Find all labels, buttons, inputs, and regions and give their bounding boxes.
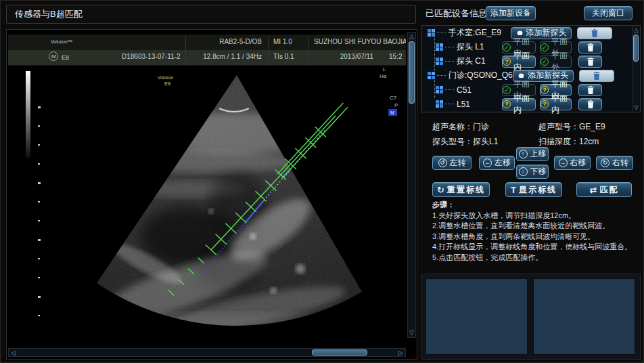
scan-sector xyxy=(8,66,406,339)
tree-connector xyxy=(445,104,454,104)
delete-probe-button[interactable] xyxy=(578,84,602,96)
rotate-left-button[interactable]: ↺ 左转 xyxy=(432,156,472,170)
device-node-icon[interactable] xyxy=(428,29,435,37)
osd-divider xyxy=(185,36,186,64)
plane-in-button[interactable]: ? 平面内 xyxy=(502,56,536,68)
osd-divider xyxy=(268,36,269,64)
scroll-up-icon[interactable]: △ xyxy=(408,33,415,41)
scroll-down-icon[interactable]: ▽ xyxy=(408,329,415,337)
steps-instructions: 步骤： 1.夹好探头放入水槽，调节扫描深度12cm。 2.调整水槽位置，直到看清… xyxy=(432,200,632,263)
svg-text:E8: E8 xyxy=(164,81,170,87)
vertical-scroll-thumb[interactable] xyxy=(409,41,415,104)
tree-connector xyxy=(445,61,454,62)
probe-node-icon[interactable] xyxy=(436,43,443,51)
trash-icon xyxy=(591,29,598,37)
tree-scroll-thumb[interactable] xyxy=(633,35,639,62)
add-device-button[interactable]: 添加新设备 xyxy=(486,6,536,20)
step-item: 4.打开标线显示，调整标线角度和位置，使标线与回波重合。 xyxy=(432,242,632,253)
trash-icon xyxy=(593,72,600,80)
trash-icon xyxy=(587,58,594,66)
delete-probe-button[interactable] xyxy=(578,41,602,54)
svg-text:P: P xyxy=(394,102,398,108)
question-icon: ? xyxy=(503,100,511,108)
tree-scrollbar[interactable]: △ ▽ xyxy=(632,26,639,111)
matched-devices-header: 已匹配设备信息 : 添加新设备 关闭窗口 xyxy=(421,6,641,22)
ultrasound-scan-image: Voluson E8 1. Ha C7 P M xyxy=(8,66,406,339)
vertical-scrollbar[interactable]: △ ▽ xyxy=(407,32,416,338)
reset-icon: ↻ xyxy=(437,185,444,195)
tree-row-probe[interactable]: L51 ? 平面内 ? 平面内 xyxy=(422,97,640,111)
match-button[interactable]: ⇄ 匹配 xyxy=(576,182,632,197)
step-item: 2.调整水槽位置，直到看清楚离水面较近的靶线回波。 xyxy=(432,221,632,232)
osd-time: 15:2 xyxy=(389,50,402,64)
svg-text:Voluson: Voluson xyxy=(158,75,174,80)
move-left-button[interactable]: ← 左移 xyxy=(479,156,515,170)
rotate-right-icon: ↻ xyxy=(601,158,610,167)
probe-node-icon[interactable] xyxy=(436,100,443,108)
plane-in-button-2[interactable]: ? 平面内 xyxy=(540,98,572,110)
scroll-down-icon[interactable]: ▽ xyxy=(632,104,640,111)
horizontal-scroll-thumb[interactable] xyxy=(312,349,367,356)
step-item: 5.点击匹配按钮，完成匹配操作。 xyxy=(432,253,632,263)
question-icon: ? xyxy=(540,100,549,108)
tree-connector xyxy=(437,33,446,33)
probe-preview-section xyxy=(421,274,641,360)
delete-probe-button[interactable] xyxy=(578,98,602,110)
delete-probe-button[interactable] xyxy=(578,56,602,68)
ultrasound-viewport: Voluson™ M E8 RAB2-5-D/OB MI 1.0 SUZHOU … xyxy=(8,32,406,347)
scroll-left-icon[interactable]: ◁ xyxy=(9,349,17,357)
plane-out-button[interactable]: ✓ 平面外 xyxy=(540,56,572,68)
osd-date: 2013/07/11 xyxy=(327,50,373,64)
arrow-up-icon: ↑ xyxy=(519,150,528,158)
check-icon: ✓ xyxy=(503,86,511,94)
crosshair-icon: T xyxy=(511,185,516,195)
matched-devices-label: 已匹配设备信息 : xyxy=(426,7,492,20)
arrow-left-icon: ← xyxy=(483,158,492,167)
arrow-down-icon: ↓ xyxy=(519,167,528,176)
rotate-right-button[interactable]: ↻ 右转 xyxy=(596,156,633,170)
depth-marker-ticks xyxy=(38,106,41,316)
page-title: 传感器与B超匹配 xyxy=(6,5,416,24)
machine-brand: Voluson™ xyxy=(51,35,72,49)
delete-device-button[interactable] xyxy=(579,70,614,82)
sensor-bscan-match-window: 传感器与B超匹配 Voluson™ M E8 RAB2-5-D/OB MI 1.… xyxy=(0,0,644,363)
delete-device-button[interactable] xyxy=(577,27,612,39)
svg-text:M: M xyxy=(390,110,394,115)
calibration-control-panel: 超声名称：门诊 超声型号：GE_E9 探头型号：探头L1 扫描深度：12cm ↺… xyxy=(421,116,641,271)
scroll-up-icon[interactable]: △ xyxy=(632,26,640,34)
image-watermark: Voluson E8 xyxy=(158,75,174,87)
svg-text:C7: C7 xyxy=(390,95,397,101)
probe-node-icon[interactable] xyxy=(436,58,443,65)
ultrasound-model: 超声型号：GE_E9 xyxy=(538,121,605,133)
question-icon: ? xyxy=(540,86,549,94)
probe-node-icon[interactable] xyxy=(436,86,443,93)
preview-box-right xyxy=(533,278,635,355)
probe-model: 探头型号：探头L1 xyxy=(432,136,498,148)
plane-in-button[interactable]: ? 平面内 xyxy=(502,98,536,110)
osd-divider xyxy=(308,36,309,64)
ge-logo-icon: M xyxy=(49,51,58,61)
tree-row-probe[interactable]: 探头 C1 ? 平面内 ✓ 平面外 xyxy=(422,54,640,68)
move-up-button[interactable]: ↑ 上移 xyxy=(516,147,549,161)
show-line-button[interactable]: T 显示标线 xyxy=(505,182,562,197)
device-label: 手术室:GE_E9 xyxy=(448,27,501,39)
reset-line-button[interactable]: ↻ 重置标线 xyxy=(432,182,490,197)
question-icon: ? xyxy=(503,58,511,66)
check-icon: ✓ xyxy=(503,43,511,51)
ultrasound-osd-header: Voluson™ M E8 RAB2-5-D/OB MI 1.0 SUZHOU … xyxy=(8,35,406,66)
osd-probe-model: RAB2-5-D/OB xyxy=(191,35,262,49)
close-window-button[interactable]: 关闭窗口 xyxy=(584,6,632,20)
grayscale-bar xyxy=(26,71,30,158)
device-node-icon[interactable] xyxy=(428,72,435,79)
ultrasound-name: 超声名称：门诊 xyxy=(432,121,489,133)
osd-mi: MI 1.0 xyxy=(273,35,292,49)
osd-patient-id: D18603-13-07-11-2 xyxy=(122,50,181,64)
step-item: 1.夹好探头放入水槽，调节扫描深度12cm。 xyxy=(432,211,632,221)
arrow-right-icon: → xyxy=(559,158,568,167)
horizontal-scrollbar[interactable]: ◁ ▷ xyxy=(8,348,406,357)
step-item: 3.调整水槽角度，直到两条靶线回波均清晰可见。 xyxy=(432,232,632,242)
move-right-button[interactable]: → 右移 xyxy=(554,156,591,170)
probe-label: L51 xyxy=(457,100,470,109)
scroll-right-icon[interactable]: ▷ xyxy=(397,349,405,357)
move-down-button[interactable]: ↓ 下移 xyxy=(516,165,549,179)
